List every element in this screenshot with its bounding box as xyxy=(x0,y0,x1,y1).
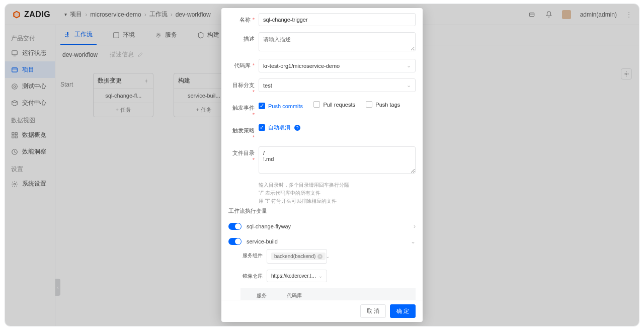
field-label: 服务组件 xyxy=(240,249,263,259)
push-checkbox[interactable]: ✓Push commits xyxy=(259,103,303,109)
chevron-down-icon: ⌄ xyxy=(407,62,411,69)
hint-text: 输入目录时，多个目录请用回车换行分隔 xyxy=(228,181,416,189)
exec-vars-title: 工作流执行变量 xyxy=(228,207,416,215)
tags-checkbox[interactable]: Push tags xyxy=(366,101,400,108)
var-toggle[interactable] xyxy=(228,238,242,245)
field-label: 描述 xyxy=(228,32,255,43)
chevron-down-icon: ⌄ xyxy=(318,273,323,279)
cancel-button[interactable]: 取 消 xyxy=(360,304,386,318)
field-label: 触发事件 xyxy=(228,101,255,118)
chevron-right-icon[interactable]: › xyxy=(414,223,416,230)
service-table: 服务 代码库 › backend microservice-demo 使用变更的… xyxy=(240,288,416,300)
field-label: 名称 xyxy=(228,13,255,24)
var-name: service-build xyxy=(247,238,411,244)
trigger-config-modal: 名称 描述 代码库 kr-test-org1/microservice-demo… xyxy=(221,8,423,322)
chevron-down-icon: ⌄ xyxy=(407,82,411,89)
dirs-textarea[interactable] xyxy=(259,146,416,174)
hint-text: "/" 表示代码库中的所有文件 xyxy=(228,189,416,197)
field-label: 镜像仓库 xyxy=(240,270,263,280)
confirm-button[interactable]: 确 定 xyxy=(390,304,416,318)
chevron-down-icon: ⌄ xyxy=(326,254,330,259)
var-toggle[interactable] xyxy=(228,223,242,230)
field-label: 目标分支 xyxy=(228,78,255,95)
field-label: 文件目录 xyxy=(228,146,255,163)
chevron-down-icon[interactable]: ⌄ xyxy=(411,238,416,245)
branch-select[interactable]: test⌄ xyxy=(259,78,416,92)
field-label: 触发策略 xyxy=(228,124,255,140)
desc-textarea[interactable] xyxy=(259,32,416,51)
repo-select[interactable]: kr-test-org1/microservice-demo⌄ xyxy=(259,59,416,72)
pr-checkbox[interactable]: Pull requests xyxy=(313,101,355,108)
remove-icon[interactable]: × xyxy=(317,254,323,259)
name-input[interactable] xyxy=(259,13,416,26)
hint-text: 用 "!" 符号开头可以排除相应的文件 xyxy=(228,197,416,205)
var-name: sql-change-flyway xyxy=(247,223,414,229)
service-select[interactable]: backend(backend)×⌄ xyxy=(267,249,327,264)
field-label: 代码库 xyxy=(228,59,255,69)
help-icon[interactable]: ? xyxy=(294,125,300,131)
autocancel-checkbox[interactable]: ✓自动取消? xyxy=(259,124,300,131)
image-select[interactable]: https://koderover.tencentc⌄ xyxy=(267,270,327,282)
